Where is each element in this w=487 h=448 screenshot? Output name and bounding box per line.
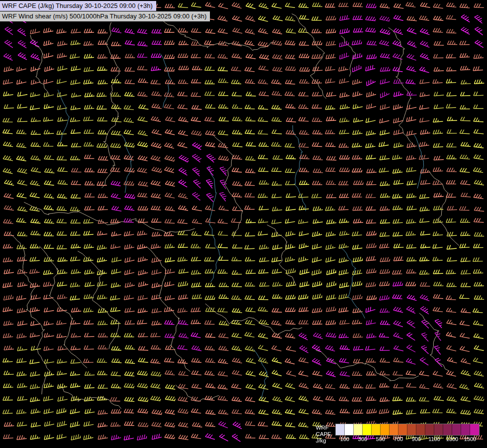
legend-color-cell bbox=[425, 424, 434, 435]
legend-model-label: WRF bbox=[316, 425, 331, 431]
cape-legend: WRF CAPE J/kg 10030050070090011001300150… bbox=[316, 424, 479, 444]
legend-color-cell bbox=[398, 424, 407, 435]
legend-color-cell bbox=[470, 424, 479, 435]
legend-labels: WRF CAPE J/kg bbox=[316, 424, 331, 444]
legend-color-cell bbox=[452, 424, 461, 435]
legend-tick-label: 100 bbox=[340, 436, 349, 442]
legend-color-cell bbox=[390, 424, 398, 435]
legend-tick-label: 1500 bbox=[464, 436, 476, 442]
weather-map: WRF CAPE (J/kg) Thursday 30-10-2025 09:0… bbox=[0, 0, 487, 448]
legend-tick-label: 1100 bbox=[428, 436, 440, 442]
legend-tick-label: 900 bbox=[412, 436, 421, 442]
legend-colorbar bbox=[336, 424, 479, 435]
legend-parameter-label: CAPE bbox=[316, 431, 331, 438]
legend-tick-labels: 100300500700900110013001500 bbox=[336, 436, 479, 443]
legend-color-cell bbox=[407, 424, 416, 435]
wind-barb-canvas bbox=[0, 0, 487, 448]
legend-color-cell bbox=[336, 424, 345, 435]
title-cape: WRF CAPE (J/kg) Thursday 30-10-2025 09:0… bbox=[0, 1, 156, 11]
legend-colorbar-wrap: 100300500700900110013001500 bbox=[336, 424, 479, 444]
legend-tick-label: 700 bbox=[394, 436, 403, 442]
legend-color-cell bbox=[363, 424, 372, 435]
title-wind-shear: WRF Wind shear (m/s) 500/1000hPa Thursda… bbox=[0, 11, 210, 21]
legend-color-cell bbox=[416, 424, 425, 435]
legend-units-label: J/kg bbox=[316, 438, 331, 444]
legend-tick-label: 300 bbox=[358, 436, 367, 442]
legend-color-cell bbox=[443, 424, 452, 435]
legend-color-cell bbox=[354, 424, 363, 435]
legend-color-cell bbox=[434, 424, 443, 435]
map-titles: WRF CAPE (J/kg) Thursday 30-10-2025 09:0… bbox=[0, 1, 210, 21]
legend-tick-label: 1300 bbox=[446, 436, 458, 442]
legend-color-cell bbox=[345, 424, 354, 435]
legend-color-cell bbox=[461, 424, 470, 435]
legend-tick-label: 500 bbox=[376, 436, 385, 442]
legend-color-cell bbox=[381, 424, 390, 435]
legend-color-cell bbox=[372, 424, 381, 435]
